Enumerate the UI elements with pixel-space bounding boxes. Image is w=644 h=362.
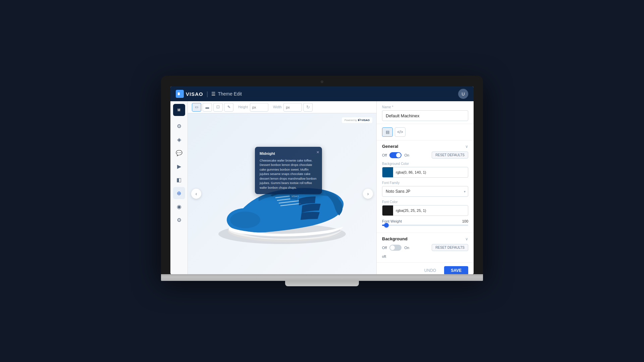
bg-color-row: Background Color	[382, 162, 468, 178]
general-section-title: General	[382, 144, 398, 149]
name-section: Name *	[377, 101, 474, 124]
layout-btn-tablet-h[interactable]: ▬	[203, 103, 212, 112]
font-family-select-wrapper: Noto Sans JP Arial Roboto Open Sans ▾	[382, 186, 468, 197]
save-button[interactable]: SAVE	[444, 266, 468, 274]
font-family-select[interactable]: Noto Sans JP Arial Roboto Open Sans	[382, 186, 468, 197]
sidebar-item-brand[interactable]: ◉	[173, 200, 185, 213]
name-label: Name *	[382, 105, 468, 109]
background-reset-btn[interactable]: RESET DEFAULTS	[432, 244, 468, 251]
tooltip-popup: ✕ Midnight Cheesecake wafer brownie cake…	[255, 147, 322, 194]
font-weight-value: 100	[462, 219, 468, 223]
font-weight-slider-thumb[interactable]	[384, 223, 389, 228]
sidebar-item-settings2[interactable]: ⚙	[173, 214, 185, 226]
background-chevron-icon: ∨	[465, 237, 468, 241]
general-section-header[interactable]: General ∨	[377, 140, 474, 152]
general-chevron-icon: ∨	[465, 144, 468, 149]
bg-color-value[interactable]	[393, 170, 468, 174]
logo: VISAO	[176, 90, 203, 98]
bg-toggle-on-label: On	[404, 246, 409, 250]
background-section-header[interactable]: Background ∨	[377, 233, 474, 244]
sidebar-item-settings[interactable]: ⚙	[173, 120, 185, 132]
rotate-btn[interactable]: ↻	[303, 103, 313, 112]
left-sidebar: M ⚙ ◈ 💬 ▶ ◧ ⊕ ◉ ⚙	[170, 101, 188, 274]
panel-actions: UNDO SAVE	[377, 262, 474, 274]
font-color-swatch[interactable]	[382, 205, 393, 216]
bg-toggle-off-label: Off	[382, 246, 387, 250]
name-input[interactable]	[382, 110, 468, 121]
font-color-label: Font Color	[382, 200, 468, 204]
top-nav: VISAO | ☰ Theme Edit U	[170, 86, 474, 101]
bg-color-swatch[interactable]	[382, 167, 393, 177]
sidebar-item-media[interactable]: ▶	[173, 160, 185, 172]
font-family-row: Font Family Noto Sans JP Arial Roboto Op…	[382, 181, 468, 197]
svg-rect-0	[178, 93, 180, 95]
next-arrow[interactable]: ›	[363, 189, 373, 199]
svg-point-8	[230, 212, 260, 228]
background-section-content: Off On RESET DEFAULTS oft	[377, 244, 474, 262]
general-toggle[interactable]	[389, 152, 401, 158]
svg-text:VISAO: VISAO	[291, 195, 299, 197]
bg-toggle-knob	[390, 245, 395, 250]
layout-btn-mobile[interactable]: ☐	[213, 103, 223, 112]
tooltip-close-btn[interactable]: ✕	[316, 149, 319, 155]
bg-type-label: oft	[382, 254, 468, 258]
bg-color-label: Background Color	[382, 162, 468, 166]
nav-title: Theme Edit	[218, 91, 242, 97]
sidebar-logo: M	[173, 104, 185, 116]
font-color-row: Font Color	[382, 200, 468, 216]
layout-btn-custom[interactable]: ✎	[224, 103, 233, 112]
background-section-title: Background	[382, 236, 408, 241]
svg-rect-1	[180, 92, 182, 96]
panel-tabs: ▤ </>	[377, 124, 474, 140]
background-toggle-row: Off On RESET DEFAULTS	[382, 244, 468, 251]
canvas: Powered by 🏷 VISAO ✕ Midnight Cheesecake…	[188, 113, 376, 274]
toggle-on-label: On	[404, 153, 409, 157]
nav-divider: |	[207, 90, 208, 98]
sidebar-item-comments[interactable]: 💬	[173, 147, 185, 159]
font-weight-row: Font Weight 100	[382, 219, 468, 226]
nav-avatar[interactable]: U	[458, 89, 468, 99]
tooltip-body: Cheesecake wafer brownie cake toffee. De…	[260, 159, 317, 190]
toggle-off-label: Off	[382, 153, 387, 157]
logo-icon	[176, 90, 184, 98]
height-label: Height	[238, 105, 248, 109]
panel-tab-code[interactable]: </>	[395, 127, 406, 137]
font-weight-label: Font Weight	[382, 219, 402, 223]
font-family-label: Font Family	[382, 181, 468, 185]
sidebar-item-layers[interactable]: ◧	[173, 174, 185, 186]
nav-menu-icon[interactable]: ☰	[211, 91, 216, 97]
toolbar: ▭ ▬ ☐ ✎ Height Width	[188, 101, 376, 113]
bg-color-input-group	[382, 167, 468, 178]
font-color-input-group	[382, 205, 468, 216]
tooltip-title: Midnight	[260, 151, 317, 157]
sidebar-item-shapes[interactable]: ◈	[173, 133, 185, 145]
general-reset-btn[interactable]: RESET DEFAULTS	[432, 152, 468, 159]
powered-by-badge: Powered by 🏷 VISAO	[342, 117, 372, 123]
general-section-content: Off On RESET DEFAULTS Background Co	[377, 152, 474, 233]
font-color-value[interactable]	[393, 208, 468, 213]
font-weight-slider-track[interactable]	[382, 225, 468, 226]
width-input[interactable]	[283, 103, 302, 112]
sidebar-item-plugins[interactable]: ⊕	[173, 187, 185, 199]
layout-btn-desktop[interactable]: ▭	[192, 103, 201, 112]
right-panel: Name * ▤ </> General ∨	[376, 101, 474, 274]
toggle-knob	[396, 153, 401, 158]
background-toggle[interactable]	[389, 245, 401, 251]
undo-button[interactable]: UNDO	[419, 266, 441, 274]
prev-arrow[interactable]: ‹	[191, 189, 201, 199]
height-input[interactable]	[250, 103, 268, 112]
general-toggle-row: Off On RESET DEFAULTS	[382, 152, 468, 159]
width-label: Width	[273, 105, 282, 109]
panel-tab-visual[interactable]: ▤	[382, 127, 393, 137]
